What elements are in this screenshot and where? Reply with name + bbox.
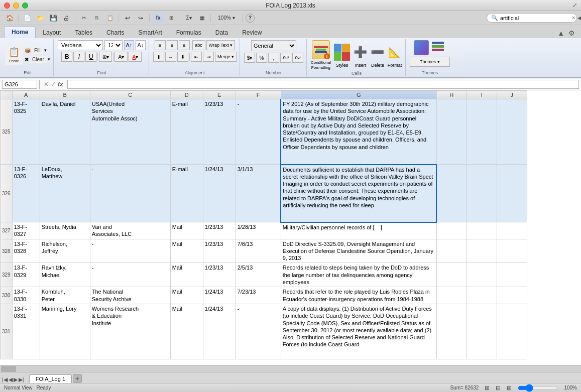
paste-qt-btn[interactable]: 📋 — [104, 13, 115, 23]
align-left-btn[interactable]: ≡ — [155, 40, 166, 50]
h-scroll-thumb[interactable] — [1, 366, 16, 372]
cell-i329[interactable] — [467, 263, 497, 287]
cell-c326[interactable]: - — [90, 165, 170, 222]
clear-dropdown-icon[interactable]: ▾ — [48, 57, 50, 62]
align-middle-btn[interactable]: ↔ — [165, 52, 176, 62]
cell-a329[interactable]: 13-F-0329 — [12, 263, 40, 287]
cell-h327[interactable] — [436, 222, 467, 239]
tab-formulas[interactable]: Formulas — [169, 27, 208, 38]
underline-button[interactable]: U — [85, 52, 96, 62]
cell-i331[interactable] — [467, 304, 497, 359]
cell-g326[interactable]: Documents sufficient to establish that D… — [281, 165, 436, 222]
cell-i326[interactable] — [467, 165, 497, 222]
cell-j330[interactable] — [497, 287, 527, 304]
font-color-button[interactable]: A▾ — [129, 52, 142, 62]
search-clear-icon[interactable]: ✕ — [571, 15, 575, 21]
ribbon-collapse-btn[interactable]: ▲ — [555, 28, 566, 38]
cell-e331[interactable]: 1/24/13 — [203, 304, 236, 359]
cell-i325[interactable] — [467, 99, 497, 165]
cell-e330[interactable]: 1/24/13 — [203, 287, 236, 304]
cell-d325[interactable]: E-mail — [170, 99, 203, 165]
decrease-decimal-btn[interactable]: .0↙ — [292, 53, 303, 63]
align-bottom-btn[interactable]: ⬇ — [177, 52, 188, 62]
font-family-select[interactable]: Verdana — [58, 40, 103, 50]
col-header-e[interactable]: E — [203, 91, 236, 99]
cell-b329[interactable]: Ravnitzky,Michael — [40, 263, 90, 287]
tab-smartart[interactable]: SmartArt — [131, 27, 169, 38]
formula-confirm-icon[interactable]: ✓ — [51, 81, 56, 88]
format-button[interactable]: 📐 Format — [387, 43, 402, 68]
cell-f331[interactable]: - — [236, 304, 281, 359]
cell-j331[interactable] — [497, 304, 527, 359]
cell-b331[interactable]: Manning, Lory — [40, 304, 90, 359]
col-header-d[interactable]: D — [170, 91, 203, 99]
sheet-view-normal[interactable]: ⊞ — [485, 384, 490, 391]
normal-view-button[interactable]: Normal View — [4, 385, 33, 390]
cell-e329[interactable]: 1/23/13 — [203, 263, 236, 287]
align-center-btn[interactable]: ≡ — [167, 40, 178, 50]
fill-button[interactable]: Fill — [32, 47, 43, 54]
cell-d331[interactable]: Mail — [170, 304, 203, 359]
add-sheet-button[interactable]: + — [73, 374, 82, 383]
cell-h330[interactable] — [436, 287, 467, 304]
styles-button[interactable]: Styles — [333, 43, 351, 68]
cell-g328[interactable]: DoD Directive S-3325.09, Oversight Manag… — [281, 239, 436, 263]
undo-btn[interactable]: ↩ — [122, 13, 133, 23]
tab-nav-last[interactable]: ▶| — [19, 376, 24, 383]
cell-a326[interactable]: 13-F-0326 — [12, 165, 40, 222]
cell-b328[interactable]: Richelson,Jeffrey — [40, 239, 90, 263]
tab-data[interactable]: Data — [208, 27, 235, 38]
cell-h328[interactable] — [436, 239, 467, 263]
tab-review[interactable]: Review — [235, 27, 269, 38]
cell-a325[interactable]: 13-F-0325 — [12, 99, 40, 165]
cell-i328[interactable] — [467, 239, 497, 263]
increase-font-btn[interactable]: A↑ — [124, 40, 134, 50]
fill-dropdown-icon[interactable]: ▾ — [44, 48, 47, 53]
cell-j326[interactable] — [497, 165, 527, 222]
tab-nav-first[interactable]: |◀ — [2, 376, 8, 383]
col-header-i[interactable]: I — [467, 91, 497, 99]
col-header-g[interactable]: G — [281, 91, 436, 99]
autosum-btn[interactable]: Σ▾ — [183, 13, 194, 23]
cell-e327[interactable]: 1/23/13 — [203, 222, 236, 239]
formula-input[interactable] — [67, 80, 579, 89]
cell-c331[interactable]: Womens Research& EducationInstitute — [90, 304, 170, 359]
cell-j325[interactable] — [497, 99, 527, 165]
percent-btn[interactable]: % — [256, 53, 267, 63]
cell-c329[interactable]: - — [90, 263, 170, 287]
col-header-b[interactable]: B — [40, 91, 90, 99]
cell-a330[interactable]: 13-F-0330 — [12, 287, 40, 304]
col-header-j[interactable]: J — [497, 91, 527, 99]
tab-nav-next[interactable]: ▶ — [14, 376, 18, 383]
merge-btn[interactable]: Merge ▾ — [215, 52, 237, 62]
cell-c325[interactable]: USAA(UnitedServicesAutomobile Assoc) — [90, 99, 170, 165]
number-format-select[interactable]: General — [251, 40, 296, 51]
tab-layout[interactable]: Layout — [36, 27, 68, 38]
cell-f330[interactable]: 7/23/13 — [236, 287, 281, 304]
themes-button[interactable]: Themes ▾ — [410, 57, 450, 67]
col-header-a[interactable]: A — [12, 91, 40, 99]
cell-i330[interactable] — [467, 287, 497, 304]
italic-button[interactable]: I — [73, 52, 84, 62]
cell-j329[interactable] — [497, 263, 527, 287]
cell-g330[interactable]: Records that refer to the role played by… — [281, 287, 436, 304]
cell-f325[interactable]: - — [236, 99, 281, 165]
cell-d328[interactable]: Mail — [170, 239, 203, 263]
cell-b330[interactable]: Kornbluh,Peter — [40, 287, 90, 304]
cell-i327[interactable] — [467, 222, 497, 239]
close-button[interactable] — [4, 3, 10, 9]
highlight-button[interactable]: A▾ — [114, 52, 128, 62]
indent-dec-btn[interactable]: ⇤ — [191, 52, 202, 62]
function-btn[interactable]: fx — [153, 13, 164, 23]
cell-f328[interactable]: 7/8/13 — [236, 239, 281, 263]
tab-nav-prev[interactable]: ◀ — [9, 376, 13, 383]
search-input[interactable] — [500, 15, 569, 21]
ribbon-options-btn[interactable]: ⚙ — [566, 28, 577, 38]
cut-btn[interactable]: ✂ — [78, 13, 89, 23]
indent-inc-btn[interactable]: ⇥ — [203, 52, 214, 62]
cell-g329[interactable]: Records related to steps being taken by … — [281, 263, 436, 287]
cell-g331[interactable]: A copy of data displays: (1) Distributio… — [281, 304, 436, 359]
col-header-f[interactable]: F — [236, 91, 281, 99]
cell-b327[interactable]: Streets, Nydia — [40, 222, 90, 239]
sheet-view-page-layout[interactable]: ⊟ — [496, 384, 501, 391]
